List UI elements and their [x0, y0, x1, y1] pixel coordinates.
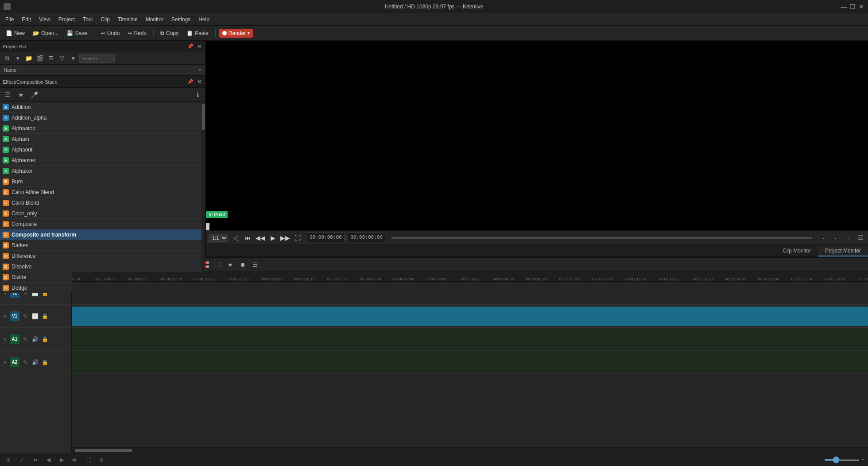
- menu-edit[interactable]: Edit: [18, 15, 35, 24]
- menu-clip[interactable]: Clip: [97, 15, 113, 24]
- menu-project[interactable]: Project: [55, 15, 78, 24]
- effect-item-cairo-affine-blend[interactable]: CCairo Affine Blend: [0, 187, 205, 198]
- timeline-group-button[interactable]: ⛶: [213, 260, 223, 270]
- effect-item-difference[interactable]: DDifference: [0, 251, 205, 261]
- minimize-button[interactable]: —: [841, 4, 847, 10]
- effect-item-alphaxor[interactable]: AAlphaxor: [0, 166, 205, 176]
- bottom-nav-start-button[interactable]: ⏮: [30, 455, 40, 465]
- bottom-nav-end-button[interactable]: ⏭: [70, 455, 80, 465]
- monitor-extra-btn-2[interactable]: ·: [831, 233, 841, 243]
- effect-favorite-button[interactable]: ★: [15, 89, 27, 101]
- menu-view[interactable]: View: [35, 15, 54, 24]
- play-back-button[interactable]: ◀◀: [256, 233, 265, 243]
- render-dropdown-icon[interactable]: ▾: [248, 31, 250, 35]
- bottom-zoom-out-button[interactable]: ⊞: [4, 455, 13, 465]
- effect-item-alphaout[interactable]: AAlphaout: [0, 144, 205, 155]
- menu-settings[interactable]: Settings: [168, 15, 194, 24]
- bottom-nav-next-button[interactable]: ▶: [57, 455, 66, 465]
- v1-clip[interactable]: [72, 307, 868, 326]
- effect-item-addition_alpha[interactable]: AAddition_alpha: [0, 113, 205, 123]
- bottom-add-button[interactable]: ⊕: [97, 455, 106, 465]
- monitor-menu-button[interactable]: ☰: [856, 233, 865, 243]
- effect-scroll-thumb[interactable]: [202, 104, 205, 130]
- timeline-scroll-thumb[interactable]: [75, 449, 132, 452]
- effect-item-addition[interactable]: AAddition: [0, 102, 205, 113]
- timeline-scrollbar[interactable]: [72, 447, 868, 453]
- a2-lock-button[interactable]: 🔒: [41, 358, 49, 366]
- bin-list-button[interactable]: ☰: [46, 54, 56, 63]
- bottom-fit-button[interactable]: ⤢: [17, 455, 27, 465]
- effect-list-icon-button[interactable]: ☰: [2, 89, 13, 101]
- v1-lock-button[interactable]: 🔒: [41, 312, 49, 320]
- bin-clip-button[interactable]: 🎬: [35, 54, 45, 63]
- redo-button[interactable]: ↪ Redo: [124, 29, 150, 38]
- timeline-ruler[interactable]: 00:00:0000:00:04:0500:00:08:1100:00:12:1…: [72, 272, 868, 282]
- monitor-extra-btn-1[interactable]: ·: [818, 233, 828, 243]
- monitor-extra-btn-3[interactable]: ·: [843, 233, 853, 243]
- menu-file[interactable]: File: [2, 15, 17, 24]
- play-forward-button[interactable]: ▶▶: [280, 233, 290, 243]
- effect-item-cairo-blend[interactable]: CCairo Blend: [0, 198, 205, 208]
- monitor-timeline[interactable]: [391, 237, 812, 239]
- bin-dropdown-2-button[interactable]: ▾: [68, 54, 78, 63]
- tab-project-monitor[interactable]: Project Monitor: [818, 246, 868, 256]
- fullscreen-button[interactable]: ⛶: [293, 233, 302, 243]
- bottom-nav-prev-button[interactable]: ◀: [43, 455, 53, 465]
- render-button[interactable]: Render ▾: [219, 29, 253, 38]
- project-bin-close-button[interactable]: ✕: [196, 43, 202, 50]
- effect-item-alphain[interactable]: AAlphain: [0, 134, 205, 144]
- menu-help[interactable]: Help: [195, 15, 213, 24]
- zoom-level-select[interactable]: 1:1 1:2 2:1: [209, 234, 228, 242]
- effect-item-dissolve[interactable]: DDissolve: [0, 261, 205, 272]
- effect-item-darken[interactable]: DDarken: [0, 240, 205, 251]
- effect-stack-close-button[interactable]: ✕: [196, 79, 202, 85]
- a1-expand-button[interactable]: ∨: [2, 336, 8, 342]
- effect-item-composite-and-transform[interactable]: CComposite and transform: [0, 229, 205, 240]
- timeline-record-button[interactable]: ⏺: [237, 260, 248, 270]
- bin-dropdown-1-button[interactable]: ▾: [13, 54, 23, 63]
- mark-in-button[interactable]: ◁: [231, 233, 240, 243]
- v1-expand-button[interactable]: ∨: [2, 313, 8, 319]
- effect-info-button[interactable]: ℹ: [192, 89, 203, 101]
- a2-edit-button[interactable]: ✎: [21, 358, 29, 366]
- v1-edit-button[interactable]: ✎: [21, 312, 29, 320]
- window-controls[interactable]: — ❐ ✕: [841, 4, 864, 10]
- menu-timeline[interactable]: Timeline: [114, 15, 141, 24]
- effect-stack-pin-button[interactable]: 📌: [187, 79, 194, 85]
- effect-item-burn[interactable]: BBurn: [0, 176, 205, 187]
- bin-grid-view-button[interactable]: ⊞: [2, 54, 12, 63]
- save-button[interactable]: 💾 Save: [63, 29, 90, 38]
- bin-filter-button[interactable]: ▽: [57, 54, 67, 63]
- bottom-fullscreen-button[interactable]: ⛶: [83, 455, 93, 465]
- step-back-button[interactable]: ⏮: [243, 233, 253, 243]
- copy-button[interactable]: ⧉ Copy: [157, 29, 182, 38]
- effect-item-alphaatop[interactable]: AAlphaatop: [0, 123, 205, 134]
- play-button[interactable]: ▶: [268, 233, 278, 243]
- open-button[interactable]: 📂 Open...: [30, 29, 62, 38]
- a1-lock-button[interactable]: 🔒: [41, 335, 49, 343]
- project-bin-pin-button[interactable]: 📌: [187, 43, 194, 50]
- a1-audio-button[interactable]: 🔊: [31, 335, 39, 343]
- tab-clip-monitor[interactable]: Clip Monitor: [775, 246, 818, 256]
- timeline-menu-button[interactable]: ☰: [250, 260, 260, 270]
- maximize-button[interactable]: ❐: [849, 4, 856, 10]
- menu-monitor[interactable]: Monitor: [142, 15, 167, 24]
- bin-add-folder-button[interactable]: 📁: [24, 54, 34, 63]
- close-button[interactable]: ✕: [858, 4, 864, 10]
- effect-item-composite[interactable]: CComposite: [0, 219, 205, 229]
- undo-button[interactable]: ↩ Undo: [98, 29, 123, 38]
- effect-item-alphaover[interactable]: AAlphaover: [0, 155, 205, 166]
- paste-button[interactable]: 📋 Paste: [183, 29, 212, 38]
- a2-expand-button[interactable]: ∨: [2, 359, 8, 365]
- menu-tool[interactable]: Tool: [79, 15, 96, 24]
- effect-item-color_only[interactable]: CColor_only: [0, 208, 205, 219]
- a1-edit-button[interactable]: ✎: [21, 335, 29, 343]
- new-button[interactable]: 📄 New: [3, 29, 28, 38]
- timeline-star-button[interactable]: ★: [225, 260, 236, 270]
- monitor-playhead[interactable]: [206, 223, 209, 230]
- effect-scrollbar[interactable]: [202, 102, 205, 293]
- zoom-slider[interactable]: [824, 459, 860, 461]
- a2-audio-button[interactable]: 🔊: [31, 358, 39, 366]
- effect-mic-button[interactable]: 🎤: [28, 89, 40, 101]
- bin-search-input[interactable]: [79, 54, 115, 63]
